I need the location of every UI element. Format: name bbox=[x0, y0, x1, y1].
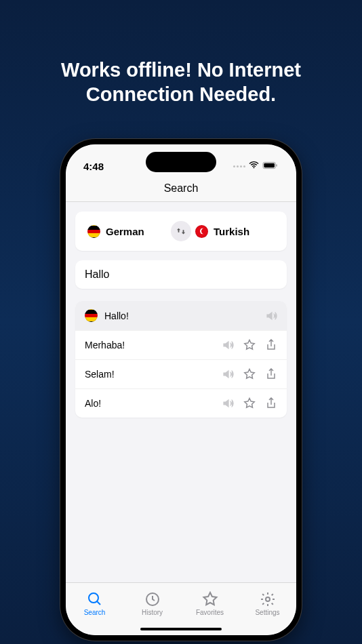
target-language-label: Turkish bbox=[214, 226, 249, 237]
search-input[interactable]: Hallo bbox=[85, 268, 277, 281]
swap-languages-button[interactable] bbox=[171, 221, 191, 241]
phone-frame: 4:48 Search German bbox=[60, 139, 302, 641]
result-row: Alo! bbox=[75, 388, 287, 418]
tab-label: Settings bbox=[255, 609, 279, 616]
battery-icon bbox=[262, 160, 279, 172]
german-flag-icon bbox=[87, 225, 100, 238]
result-text: Selam! bbox=[85, 369, 222, 380]
german-flag-icon bbox=[85, 309, 98, 322]
result-row: Selam! bbox=[75, 359, 287, 388]
result-row: Merhaba! bbox=[75, 330, 287, 359]
language-selector-card: German Turkish bbox=[75, 212, 287, 251]
target-language-button[interactable]: Turkish bbox=[191, 225, 279, 238]
row-actions bbox=[222, 368, 277, 380]
favorite-icon[interactable] bbox=[243, 339, 256, 351]
home-indicator[interactable] bbox=[140, 628, 222, 630]
result-header-row: Hallo! bbox=[75, 301, 287, 330]
wifi-icon bbox=[249, 160, 259, 172]
result-text: Merhaba! bbox=[85, 340, 222, 350]
gear-icon bbox=[260, 591, 276, 607]
svg-rect-2 bbox=[276, 164, 277, 167]
result-text: Alo! bbox=[85, 398, 222, 409]
results-card: Hallo! Merhaba! Selam! bbox=[75, 301, 287, 418]
tab-favorites[interactable]: Favorites bbox=[181, 583, 239, 620]
tab-settings[interactable]: Settings bbox=[239, 583, 296, 620]
speaker-icon[interactable] bbox=[265, 310, 277, 322]
share-icon[interactable] bbox=[265, 368, 277, 380]
phone-screen: 4:48 Search German bbox=[66, 144, 296, 635]
share-icon[interactable] bbox=[265, 397, 277, 409]
turkish-flag-icon bbox=[195, 225, 208, 238]
content-area: German Turkish Hallo Hallo! bbox=[66, 202, 296, 418]
result-header-text: Hallo! bbox=[104, 310, 258, 321]
history-icon bbox=[144, 591, 161, 607]
nav-header: Search bbox=[66, 178, 296, 202]
favorite-icon[interactable] bbox=[243, 397, 256, 409]
promo-title: Works offline! No Internet Connection Ne… bbox=[0, 0, 362, 107]
svg-line-4 bbox=[97, 601, 100, 605]
row-actions bbox=[222, 339, 277, 351]
search-input-card[interactable]: Hallo bbox=[75, 260, 287, 289]
source-language-label: German bbox=[106, 226, 144, 237]
status-icons bbox=[233, 160, 279, 172]
tab-label: History bbox=[142, 609, 163, 616]
tab-search[interactable]: Search bbox=[66, 583, 123, 620]
svg-point-6 bbox=[266, 597, 270, 601]
speaker-icon[interactable] bbox=[222, 339, 234, 351]
star-icon bbox=[202, 591, 218, 607]
status-time: 4:48 bbox=[83, 161, 104, 172]
source-language-button[interactable]: German bbox=[83, 225, 171, 238]
speaker-icon[interactable] bbox=[222, 368, 234, 380]
share-icon[interactable] bbox=[265, 339, 277, 351]
cellular-icon bbox=[233, 165, 245, 167]
speaker-icon[interactable] bbox=[222, 397, 234, 409]
svg-point-3 bbox=[89, 593, 98, 603]
tab-label: Search bbox=[84, 609, 106, 616]
svg-rect-1 bbox=[264, 163, 275, 167]
row-actions bbox=[222, 397, 277, 409]
dynamic-island bbox=[146, 152, 216, 172]
favorite-icon[interactable] bbox=[243, 368, 256, 380]
search-icon bbox=[87, 591, 103, 607]
tab-label: Favorites bbox=[196, 609, 224, 616]
tab-history[interactable]: History bbox=[123, 583, 181, 620]
page-title: Search bbox=[66, 182, 296, 195]
